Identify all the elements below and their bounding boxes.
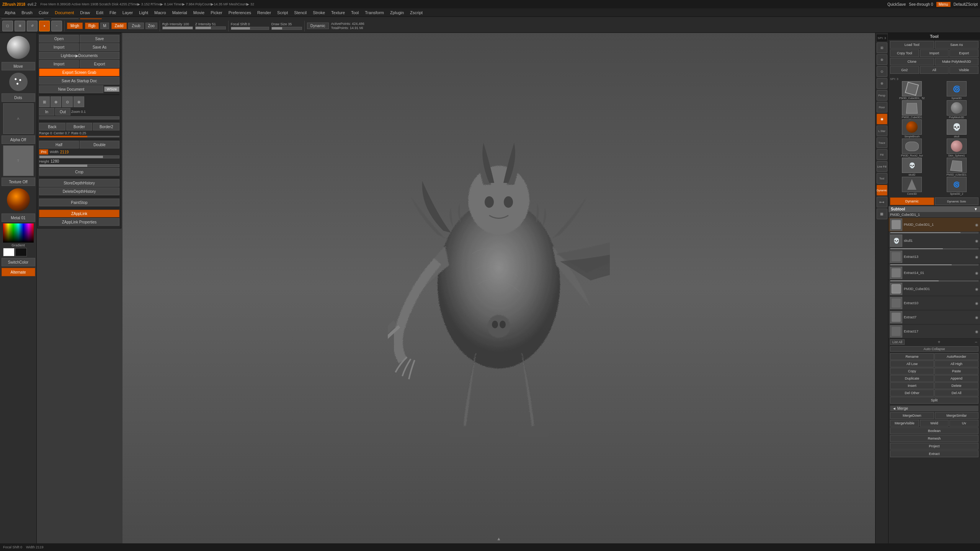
load-tool-btn[interactable]: Load Tool	[890, 41, 934, 49]
tool-pm3d-cube[interactable]: PM3D_Cube3D1_ 52	[890, 81, 934, 99]
paint-stop-btn[interactable]: PaintStop	[39, 199, 119, 206]
subtool-eye-7[interactable]: ◉	[975, 329, 978, 334]
make-polymesh-btn[interactable]: Make PolyMesh3D	[935, 58, 979, 65]
menu-document[interactable]: Document	[52, 10, 77, 16]
st-s-0[interactable]	[890, 232, 978, 233]
boolean-btn[interactable]: Boolean	[890, 427, 978, 434]
del-other-btn[interactable]: Del Other	[890, 390, 934, 396]
viewport[interactable]: ▲	[122, 33, 875, 543]
st-s-1[interactable]	[890, 248, 978, 249]
metal-btn[interactable]: Metal 01	[2, 214, 35, 222]
alternate-btn[interactable]: Alternate	[2, 268, 35, 276]
rgb-btn[interactable]: Rgb	[85, 23, 99, 29]
menu-script[interactable]: Script	[274, 10, 291, 16]
strip-poly-icon[interactable]: ▦	[877, 209, 887, 219]
tool-skull2[interactable]: 💀 skull2	[890, 158, 934, 176]
subtool-eye-4[interactable]: ◉	[975, 287, 978, 291]
strip-fill-icon[interactable]: Fill	[877, 149, 887, 160]
strip-actual-icon[interactable]: ⊙	[877, 66, 887, 77]
lightbox-docs-btn[interactable]: Lightbox▶Documents	[39, 52, 119, 59]
menu-light[interactable]: Light	[136, 10, 151, 16]
extract-btn[interactable]: Extract	[890, 450, 978, 457]
brush-scale-icon[interactable]: ⊞	[15, 21, 25, 31]
save-as-tool-btn[interactable]: Save As	[935, 41, 979, 49]
subtool-eye-1[interactable]: ◉	[975, 239, 978, 243]
new-document-btn[interactable]: New Document	[39, 85, 103, 93]
double-btn[interactable]: Double	[80, 141, 119, 148]
range-bar[interactable]	[39, 136, 119, 137]
scroll-icon[interactable]: ⊞	[39, 96, 50, 107]
strip-trace-icon[interactable]: Trace	[877, 137, 887, 148]
border2-btn[interactable]: Border2	[93, 123, 119, 130]
menu-stroke[interactable]: Stroke	[310, 10, 328, 16]
switch-color-btn[interactable]: SwitchColor	[2, 258, 35, 266]
brush-smooth-icon[interactable]: ~	[51, 21, 62, 31]
split-btn[interactable]: Split	[890, 397, 978, 404]
paste-btn[interactable]: Paste	[934, 368, 978, 375]
strip-dynamic-icon[interactable]: Dynamic	[877, 185, 887, 196]
subtool-eye-6[interactable]: ◉	[975, 315, 978, 320]
plus-icon[interactable]: +	[936, 339, 941, 345]
delete-depth-btn[interactable]: DeleteDepthHistory	[39, 187, 119, 195]
zoo-btn[interactable]: Zoo	[145, 23, 157, 29]
tool-skin-sphere[interactable]: Skin_Sphere1	[935, 139, 979, 157]
auto-reorder-btn[interactable]: AutoReorder	[934, 353, 978, 360]
tool-polymesh[interactable]: PolyMesh3D	[935, 100, 979, 119]
focal-shift-slider[interactable]	[231, 27, 269, 30]
wsize-btn[interactable]: WSize	[104, 86, 119, 92]
menu-alpha[interactable]: Alpha	[2, 10, 18, 16]
zapplink-props-btn[interactable]: ZAppLink Properties	[39, 218, 119, 226]
subtool-item-5[interactable]: Extract10 ◉	[889, 296, 980, 310]
menu-render[interactable]: Render	[254, 10, 274, 16]
project-btn[interactable]: Project	[890, 443, 978, 450]
texture-off-btn[interactable]: Texture Off	[2, 178, 35, 186]
menu-preferences[interactable]: Preferences	[225, 10, 254, 16]
brush-draw-icon[interactable]: ●	[39, 21, 50, 31]
all-btn[interactable]: All	[920, 66, 949, 74]
strip-persp-icon[interactable]: Persp	[877, 90, 887, 101]
dynamic-solo-btn[interactable]: Dynamic Solo	[935, 197, 979, 205]
subtool-item-3[interactable]: Extract14_01 ◉	[889, 266, 980, 280]
import-tool-btn[interactable]: Import	[920, 49, 949, 57]
auto-collapse-btn[interactable]: Auto Collapse	[890, 346, 978, 352]
subtool-item-2[interactable]: Extract13 ◉	[889, 250, 980, 264]
scroll-in-btn[interactable]: In	[39, 108, 54, 116]
subtool-eye-5[interactable]: ◉	[975, 301, 978, 305]
strip-linefill-icon[interactable]: Line Fill	[877, 161, 887, 172]
back-btn[interactable]: Back	[39, 123, 65, 130]
menu-movie[interactable]: Movie	[190, 10, 207, 16]
draw-size-slider[interactable]	[271, 27, 302, 30]
see-through-btn[interactable]: See-through 0	[909, 2, 933, 7]
height-slider[interactable]	[39, 164, 119, 167]
menu-material[interactable]: Material	[169, 10, 190, 16]
visible-btn[interactable]: Visible	[949, 66, 978, 74]
menu-zscript[interactable]: Zscript	[407, 10, 426, 16]
strip-active-icon[interactable]: ◉	[877, 114, 887, 124]
move-btn[interactable]: Move	[2, 62, 35, 70]
merge-similar-btn[interactable]: MergeSimilar	[935, 412, 979, 419]
menu-texture[interactable]: Texture	[328, 10, 348, 16]
go2-btn[interactable]: Go2	[890, 66, 919, 74]
store-depth-btn[interactable]: StoreDepthHistory	[39, 179, 119, 187]
del-all-btn[interactable]: Del All	[934, 390, 978, 396]
strip-zoom-icon[interactable]: ⊕	[877, 54, 887, 65]
st-s-2[interactable]	[890, 264, 978, 266]
menu-brush[interactable]: Brush	[18, 10, 36, 16]
merge-visible-btn[interactable]: MergeVisible	[890, 420, 919, 427]
dots-btn[interactable]: Dots	[2, 93, 35, 102]
subtool-eye-2[interactable]: ◉	[975, 255, 978, 259]
subtool-item-6[interactable]: Extract7 ◉	[889, 310, 980, 324]
menu-file[interactable]: File	[106, 10, 119, 16]
tool-simplebrush[interactable]: SimpleBrush	[890, 119, 934, 138]
half-btn[interactable]: Half	[39, 141, 79, 148]
copy-tool-btn[interactable]: Copy Tool	[890, 49, 919, 57]
import-btn[interactable]: Import	[39, 43, 79, 51]
subtool-eye-3[interactable]: ◉	[975, 271, 978, 275]
strip-scroll-icon[interactable]: ⊞	[877, 42, 887, 53]
width-slider[interactable]	[39, 155, 119, 158]
subtool-item-0[interactable]: PM3D_Cube3D1_1 ◉	[889, 218, 980, 232]
mrgh-btn[interactable]: Mrgh	[67, 23, 83, 29]
quick-save-btn[interactable]: QuickSave	[887, 2, 906, 7]
list-all-btn[interactable]: List All	[890, 339, 905, 345]
menu-transform[interactable]: Transform	[362, 10, 387, 16]
